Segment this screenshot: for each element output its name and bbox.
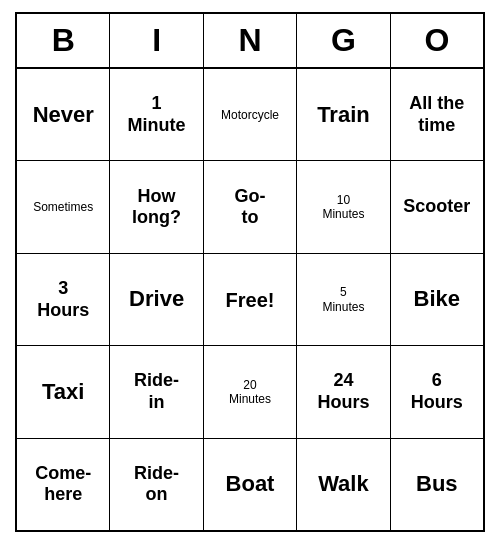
bingo-cell-0-3: Train bbox=[297, 69, 390, 160]
bingo-cell-1-2: Go-to bbox=[204, 161, 297, 252]
bingo-row-2: 3HoursDriveFree!5MinutesBike bbox=[17, 254, 483, 346]
bingo-cell-4-1: Ride-on bbox=[110, 439, 203, 530]
bingo-cell-4-4: Bus bbox=[391, 439, 483, 530]
bingo-cell-0-2: Motorcycle bbox=[204, 69, 297, 160]
bingo-cell-3-1: Ride-in bbox=[110, 346, 203, 437]
bingo-cell-0-0: Never bbox=[17, 69, 110, 160]
bingo-cell-2-1: Drive bbox=[110, 254, 203, 345]
bingo-cell-0-1: 1Minute bbox=[110, 69, 203, 160]
bingo-cell-1-3: 10Minutes bbox=[297, 161, 390, 252]
bingo-cell-1-1: Howlong? bbox=[110, 161, 203, 252]
header-letter-g: G bbox=[297, 14, 390, 67]
bingo-cell-3-4: 6Hours bbox=[391, 346, 483, 437]
header-letter-i: I bbox=[110, 14, 203, 67]
bingo-cell-3-0: Taxi bbox=[17, 346, 110, 437]
bingo-header: BINGO bbox=[17, 14, 483, 69]
bingo-row-0: Never1MinuteMotorcycleTrainAll thetime bbox=[17, 69, 483, 161]
bingo-cell-2-3: 5Minutes bbox=[297, 254, 390, 345]
bingo-cell-3-2: 20Minutes bbox=[204, 346, 297, 437]
bingo-cell-4-3: Walk bbox=[297, 439, 390, 530]
bingo-body: Never1MinuteMotorcycleTrainAll thetimeSo… bbox=[17, 69, 483, 530]
bingo-row-3: TaxiRide-in20Minutes24Hours6Hours bbox=[17, 346, 483, 438]
bingo-cell-4-2: Boat bbox=[204, 439, 297, 530]
header-letter-b: B bbox=[17, 14, 110, 67]
bingo-cell-2-4: Bike bbox=[391, 254, 483, 345]
bingo-row-4: Come-hereRide-onBoatWalkBus bbox=[17, 439, 483, 530]
bingo-cell-2-0: 3Hours bbox=[17, 254, 110, 345]
bingo-cell-4-0: Come-here bbox=[17, 439, 110, 530]
bingo-cell-3-3: 24Hours bbox=[297, 346, 390, 437]
bingo-cell-0-4: All thetime bbox=[391, 69, 483, 160]
bingo-cell-1-4: Scooter bbox=[391, 161, 483, 252]
header-letter-o: O bbox=[391, 14, 483, 67]
header-letter-n: N bbox=[204, 14, 297, 67]
bingo-cell-2-2: Free! bbox=[204, 254, 297, 345]
bingo-cell-1-0: Sometimes bbox=[17, 161, 110, 252]
bingo-row-1: SometimesHowlong?Go-to10MinutesScooter bbox=[17, 161, 483, 253]
bingo-card: BINGO Never1MinuteMotorcycleTrainAll the… bbox=[15, 12, 485, 532]
